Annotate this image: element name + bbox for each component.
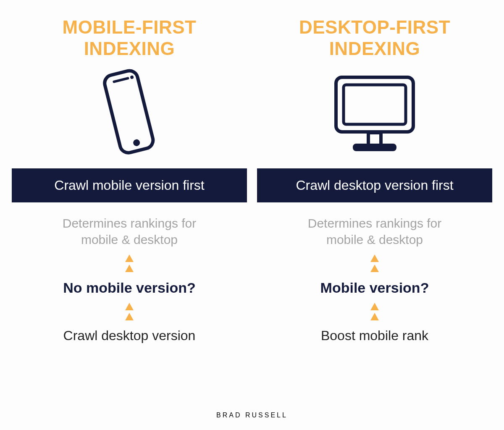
desktop-first-title: DESKTOP-FIRST INDEXING (299, 17, 450, 59)
svg-point-2 (130, 75, 134, 79)
muted-line-2: mobile & desktop (326, 233, 423, 246)
svg-marker-14 (370, 303, 379, 310)
svg-marker-4 (125, 254, 134, 262)
svg-marker-13 (370, 265, 379, 272)
desktop-rank-description: Determines rankings for mobile & desktop (308, 215, 441, 248)
svg-marker-5 (125, 265, 134, 272)
down-arrow-icon (369, 254, 381, 273)
mobile-rank-description: Determines rankings for mobile & desktop (63, 215, 196, 248)
svg-marker-6 (125, 303, 134, 310)
svg-rect-9 (344, 85, 406, 124)
muted-line-1: Determines rankings for (308, 216, 441, 230)
svg-rect-0 (103, 69, 155, 155)
mobile-banner: Crawl mobile version first (12, 168, 247, 202)
down-arrow-icon (123, 254, 135, 273)
mobile-first-column: MOBILE-FIRST INDEXING Crawl mobile versi… (12, 17, 247, 343)
title-line-1: DESKTOP-FIRST (299, 17, 450, 37)
smartphone-icon (98, 59, 161, 168)
mobile-question: No mobile version? (63, 280, 196, 296)
comparison-container: MOBILE-FIRST INDEXING Crawl mobile versi… (0, 0, 504, 343)
desktop-question: Mobile version? (320, 280, 429, 296)
title-line-2: INDEXING (329, 38, 420, 59)
desktop-final-step: Boost mobile rank (321, 328, 428, 343)
mobile-first-title: MOBILE-FIRST INDEXING (63, 17, 197, 59)
desktop-first-column: DESKTOP-FIRST INDEXING Crawl desktop ver… (257, 17, 492, 343)
svg-rect-10 (368, 133, 381, 145)
mobile-final-step: Crawl desktop version (63, 328, 196, 343)
title-line-1: MOBILE-FIRST (63, 17, 197, 37)
desktop-banner: Crawl desktop version first (257, 168, 492, 202)
attribution-footer: BRAD RUSSELL (0, 412, 504, 419)
svg-rect-11 (354, 145, 395, 149)
desktop-monitor-icon (328, 59, 421, 168)
svg-marker-12 (370, 254, 379, 262)
svg-point-3 (132, 139, 140, 147)
down-arrow-icon (369, 303, 381, 321)
svg-marker-7 (125, 313, 134, 320)
svg-line-1 (114, 79, 128, 82)
svg-marker-15 (370, 313, 379, 320)
muted-line-1: Determines rankings for (63, 216, 196, 230)
muted-line-2: mobile & desktop (81, 233, 178, 246)
title-line-2: INDEXING (84, 38, 175, 59)
down-arrow-icon (123, 303, 135, 321)
